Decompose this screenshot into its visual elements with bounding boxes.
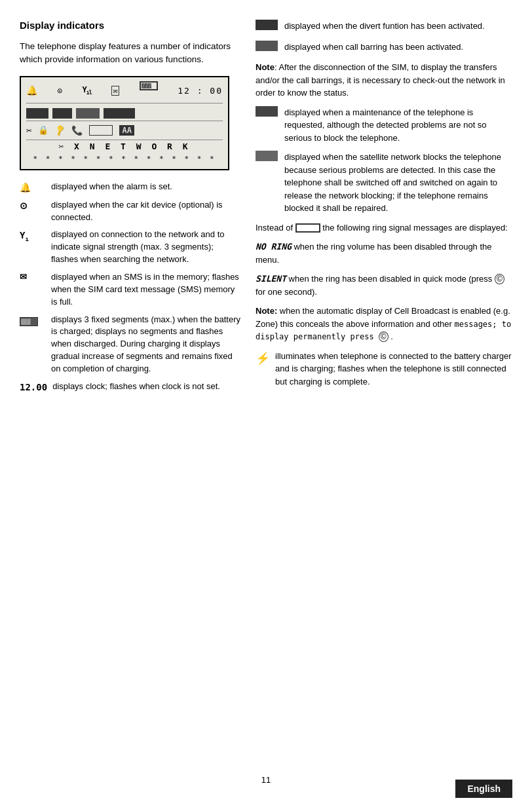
alarm-icon-display: 🔔 (26, 85, 37, 96)
key-icon-display: 🔑 (54, 124, 67, 137)
display-row3: ✂ 🔒 🔑 📞 AA (26, 124, 223, 137)
alarm-symbol: 🔔 (20, 181, 46, 194)
clock-display: 12 : 00 (178, 86, 223, 96)
carkit-desc: displayed when the car kit device (optio… (51, 199, 242, 224)
page-number: 11 (261, 775, 271, 785)
indicator-signal: Yı displayed on connection to the networ… (20, 229, 242, 266)
signal-symbol: Yı (20, 229, 46, 266)
divert-desc: displayed when the divert funtion has be… (284, 20, 485, 33)
carkit-symbol: ⊙ (20, 199, 46, 224)
instead-of-item: Instead of the following ring signal mes… (256, 221, 512, 235)
barring-icon (256, 41, 279, 55)
clock-symbol: 12.00 (20, 381, 47, 394)
charger-desc: illuminates when telephone is connected … (275, 350, 512, 388)
following-ring-text: the following ring signal messages are d… (322, 223, 508, 233)
silent-label: SILENT (256, 274, 286, 284)
note-bold-broadcast: Note: (256, 306, 277, 316)
circle-c-silent: © (495, 274, 504, 284)
sms-desc: displayed when an SMS is in the memory; … (51, 271, 242, 309)
charger-icon: ⚡ (256, 350, 270, 368)
satellite-icon (256, 151, 279, 165)
barring-item: displayed when call barring has been act… (256, 41, 512, 55)
indicator-alarm: 🔔 displayed when the alarm is set. (20, 181, 242, 194)
note-sim-text: : After the disconnection of the SIM, to… (256, 62, 505, 98)
language-badge: English (455, 780, 512, 798)
satellite-item: displayed when the satellite network blo… (256, 151, 512, 215)
display-row5: * * * * * * * * * * * * * * * (26, 153, 223, 165)
content-columns: Display indicators The telephone display… (20, 20, 512, 399)
no-ring-item: NO RING when the ring volume has been di… (256, 240, 512, 266)
instead-of-text: Instead of (256, 223, 295, 233)
satellite-desc: displayed when the satellite network blo… (284, 151, 512, 215)
clock-desc: displays clock; flashes when clock is no… (52, 381, 220, 394)
silent-desc2: for one second). (256, 287, 317, 297)
aa-badge-display: AA (119, 125, 134, 136)
empty-box-display (89, 125, 113, 136)
lock-icon-display: 🔒 (38, 125, 48, 135)
battery-desc: displays 3 fixed segments (max.) when th… (51, 314, 242, 375)
ind-box4 (104, 108, 135, 119)
left-column: Display indicators The telephone display… (20, 20, 242, 399)
scissors-icon-display: ✂ (26, 125, 31, 136)
barring-desc: displayed when call barring has been act… (284, 41, 463, 54)
sms-symbol: ✉ (20, 271, 46, 309)
divert-icon (256, 20, 279, 34)
signal-desc: displayed on connection to the network a… (51, 229, 242, 266)
charger-item: ⚡ illuminates when telephone is connecte… (256, 350, 512, 388)
alarm-desc: displayed when the alarm is set. (51, 181, 172, 194)
ind-box3 (76, 108, 100, 119)
display-row2 (26, 106, 223, 121)
indicator-clock: 12.00 displays clock; flashes when clock… (20, 381, 242, 394)
maintenance-icon (256, 106, 279, 121)
signal-icon-display: Yıl (83, 85, 92, 96)
ind-box2 (52, 108, 72, 119)
silent-desc: when the ring has been disabled in quick… (289, 274, 495, 284)
intro-text: The telephone display features a number … (20, 40, 242, 67)
circle-c-broadcast: © (379, 331, 389, 342)
phone-display: 🔔 ⊙ Yıl ✉ 12 : 00 (20, 76, 229, 170)
display-row4: ✂ X N E T W O R K (26, 140, 223, 153)
page-container: Display indicators The telephone display… (0, 0, 532, 811)
silent-item: SILENT when the ring has been disabled i… (256, 273, 512, 298)
indicator-battery: ▓▓▓ displays 3 fixed segments (max.) whe… (20, 314, 242, 375)
phone-icon-display: 📞 (71, 125, 83, 136)
car-icon-display: ⊙ (57, 86, 62, 96)
network-text-display: N E T W O R K (90, 141, 191, 151)
note-bold-sim: Note (256, 62, 275, 72)
maintenance-item: displayed when a maintenance of the tele… (256, 106, 512, 145)
display-row1: 🔔 ⊙ Yıl ✉ 12 : 00 (26, 81, 223, 104)
section-title: Display indicators (20, 20, 242, 31)
indicator-sms: ✉ displayed when an SMS is in the memory… (20, 271, 242, 309)
no-ring-desc: when the ring volume has been disabled t… (256, 242, 492, 265)
note-broadcast-item: Note: when the automatic display of Cell… (256, 305, 512, 343)
page-footer: 11 English (0, 780, 532, 798)
right-column: displayed when the divert funtion has be… (256, 20, 512, 399)
note-sim-item: Note: After the disconnection of the SIM… (256, 61, 512, 100)
ind-box1 (26, 108, 48, 119)
no-ring-label: NO RING (256, 242, 292, 252)
battery-icon-display (140, 81, 158, 100)
divert-item: displayed when the divert funtion has be… (256, 20, 512, 34)
battery-symbol: ▓▓▓ (20, 314, 46, 375)
ring-box-icon (295, 223, 323, 233)
sms-icon-display: ✉ (111, 86, 120, 96)
maintenance-desc: displayed when a maintenance of the tele… (284, 106, 512, 145)
broadcast-end: . (390, 331, 393, 341)
indicator-carkit: ⊙ displayed when the car kit device (opt… (20, 199, 242, 224)
indicator-list: 🔔 displayed when the alarm is set. ⊙ dis… (20, 181, 242, 394)
scissors-x-display: ✂ X (58, 141, 81, 151)
